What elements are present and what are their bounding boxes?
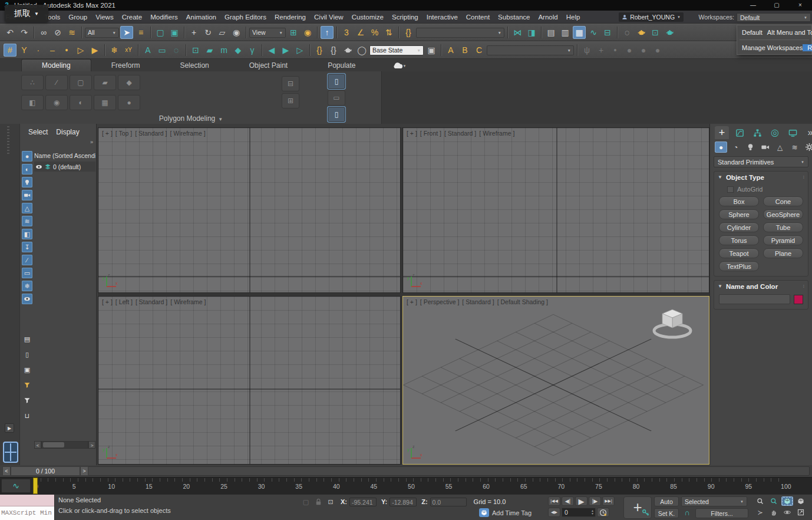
angle-snap-toggle-icon[interactable]: ∠ (354, 26, 367, 39)
create-button-tube[interactable]: Tube (763, 222, 803, 232)
toggle-scene-explorer-icon[interactable]: ▤ (544, 26, 557, 39)
zoom-extents-icon[interactable] (781, 496, 793, 506)
category-spacewarps-icon[interactable]: ≋ (788, 141, 801, 153)
time-slider-groove[interactable] (2, 466, 810, 476)
pm-edge-icon[interactable]: ∕ (45, 75, 68, 90)
keyboard-shortcut-override-icon[interactable]: ↑ (321, 26, 334, 39)
object-color-swatch[interactable] (794, 295, 803, 304)
selection-filter-dropdown[interactable]: All▼ (85, 28, 119, 38)
vp-persp-label-perspective[interactable]: [ Perspective ] (420, 298, 460, 305)
menu-item-civil-view[interactable]: Civil View (310, 11, 348, 24)
x-coordinate-field[interactable]: -95.241 (349, 498, 377, 506)
tab-hierarchy-icon[interactable] (750, 126, 764, 139)
pm-preview-5-icon[interactable]: ● (118, 95, 140, 110)
vp-persp-label-standard[interactable]: [ Standard ] (462, 298, 494, 305)
filter-spacewarps-icon[interactable]: ≋ (22, 216, 32, 226)
sphere-a-icon[interactable]: ● (637, 44, 650, 57)
filter-bones-icon[interactable]: ∕ (22, 255, 32, 265)
auto-key-button[interactable]: Auto (654, 496, 679, 506)
vp-front-label-standard[interactable]: [ Standard ] (444, 130, 476, 137)
ribbon-tab-selection[interactable]: Selection (160, 60, 229, 71)
cloth-icon[interactable]: m (217, 44, 230, 57)
minimize-button[interactable]: — (741, 0, 765, 11)
key-mode-toggle-icon[interactable]: ◀▶ (548, 508, 560, 517)
category-systems-icon[interactable] (803, 141, 812, 153)
rectangular-selection-region-icon[interactable]: ▢ (154, 26, 167, 39)
isolate-selection-toggle-icon[interactable]: ▢ (301, 497, 311, 506)
expand-panel-button[interactable]: ▶ (5, 423, 14, 433)
create-button-sphere[interactable]: Sphere (719, 209, 759, 219)
edit-named-selection-sets-icon[interactable]: {} (402, 26, 415, 39)
vp-top-label-item[interactable]: [ + ] (102, 130, 113, 137)
y-coordinate-field[interactable]: -12.894 (390, 498, 417, 506)
select-and-move-icon[interactable]: + (187, 26, 200, 39)
time-slider-handle[interactable]: < 0 / 100 > (2, 466, 88, 476)
ribbon-tab-freeform[interactable]: Freeform (91, 60, 160, 71)
pm-element-icon[interactable]: ◆ (118, 75, 140, 90)
ik-toggle-icon[interactable]: ψ (580, 44, 593, 57)
category-geometry-icon[interactable]: ● (715, 141, 727, 153)
previous-frame-nudge[interactable]: < (2, 466, 11, 476)
spinner-snap-toggle-icon[interactable]: ⇅ (382, 26, 395, 39)
pm-preview-1-icon[interactable]: ◧ (21, 95, 44, 110)
menu-item-animation[interactable]: Animation (182, 11, 220, 24)
polygon-modeling-label[interactable]: Polygon Modeling▼ (0, 114, 382, 123)
redo-icon[interactable]: ↷ (18, 26, 31, 39)
vp-front-label-front[interactable]: [ Front ] (420, 130, 441, 137)
explorer-note-icon[interactable]: ▣ (22, 364, 32, 375)
snap-endpoint-icon[interactable]: – (46, 44, 59, 57)
name-and-color-header[interactable]: ▼ Name and Color ⁞ (714, 281, 808, 292)
vp-top-label-standard[interactable]: [ Standard ] (135, 130, 167, 137)
menu-item-graph-editors[interactable]: Graph Editors (220, 11, 270, 24)
next-frame-icon[interactable]: |▶ (589, 496, 601, 506)
current-frame-field[interactable]: 0 ▲▼ (562, 508, 596, 517)
time-cursor[interactable] (33, 478, 38, 494)
tab-create-icon[interactable]: + (715, 126, 729, 139)
patch-icon[interactable]: ◆ (232, 44, 245, 57)
select-object-icon[interactable]: ➤ (120, 26, 133, 39)
menu-item-customize[interactable]: Customize (348, 11, 388, 24)
container-load-icon[interactable]: ▶ (279, 44, 292, 57)
snap-midpoint-icon[interactable]: • (60, 44, 73, 57)
tab-motion-icon[interactable]: ◎ (768, 126, 782, 139)
snap-grid-points-icon[interactable]: # (4, 44, 16, 57)
scroll-thumb[interactable] (43, 442, 64, 447)
window-crossing-icon[interactable]: ▣ (168, 26, 181, 39)
object-name-field[interactable] (719, 294, 790, 304)
key-filters-icon[interactable]: ∩ (681, 508, 693, 518)
state-sets-dropdown[interactable]: Base State▼ (369, 45, 424, 55)
filter-shapes-icon[interactable]: ◐ (22, 164, 32, 175)
container-inherit-icon[interactable]: ◀ (265, 44, 278, 57)
create-button-torus[interactable]: Torus (719, 235, 759, 245)
ribbon-cloud-menu[interactable]: ▼ (392, 62, 407, 71)
maxscript-mini-listener[interactable]: MAXScript Min (0, 495, 55, 520)
create-button-cylinder[interactable]: Cylinder (719, 222, 759, 232)
set-key-button[interactable]: Set K. (654, 508, 679, 518)
filter-combinator-icon[interactable] (22, 380, 32, 390)
maximize-viewport-toggle-icon[interactable] (795, 508, 807, 517)
snap-face-icon[interactable]: ▷ (74, 44, 87, 57)
shapes-tool-icon[interactable]: ▰ (203, 44, 216, 57)
filter-cameras-icon[interactable] (22, 190, 32, 200)
viewport-left[interactable]: [ + ][ Left ][ Standard ][ Wireframe ] y… (98, 296, 401, 465)
state-sets-copy-icon[interactable]: {} (327, 44, 340, 57)
placement-tool-icon[interactable]: ◌ (620, 26, 633, 39)
axis-constraint-icon[interactable]: + (595, 44, 608, 57)
zoom-all-icon[interactable] (768, 496, 780, 506)
goto-start-icon[interactable]: |◀◀ (548, 496, 560, 506)
tab-display-icon[interactable] (785, 126, 800, 139)
percent-snap-toggle-icon[interactable]: % (368, 26, 381, 39)
pm-polygon-icon[interactable]: ▰ (94, 75, 116, 90)
menu-item-group[interactable]: Group (64, 11, 91, 24)
filter-helpers-icon[interactable]: △ (22, 203, 32, 213)
asset-tracking-icon[interactable]: ⊡ (189, 44, 202, 57)
snap-frozen-icon[interactable]: ❄ (108, 44, 121, 57)
workspace-menu-item-manage-workspaces[interactable]: Manage Workspaces (737, 44, 803, 51)
filter-xrefs-icon[interactable]: ↧ (22, 242, 32, 252)
pm-collapse-icon[interactable]: ⊞ (282, 93, 299, 108)
create-button-geosphere[interactable]: GeoSphere (763, 209, 803, 219)
explorer-list-icon[interactable]: ▤ (22, 334, 32, 344)
pm-tweak-icon[interactable]: ▭ (328, 90, 345, 106)
menu-item-modifiers[interactable]: Modifiers (146, 11, 182, 24)
lock-a-icon[interactable]: A (444, 44, 457, 57)
